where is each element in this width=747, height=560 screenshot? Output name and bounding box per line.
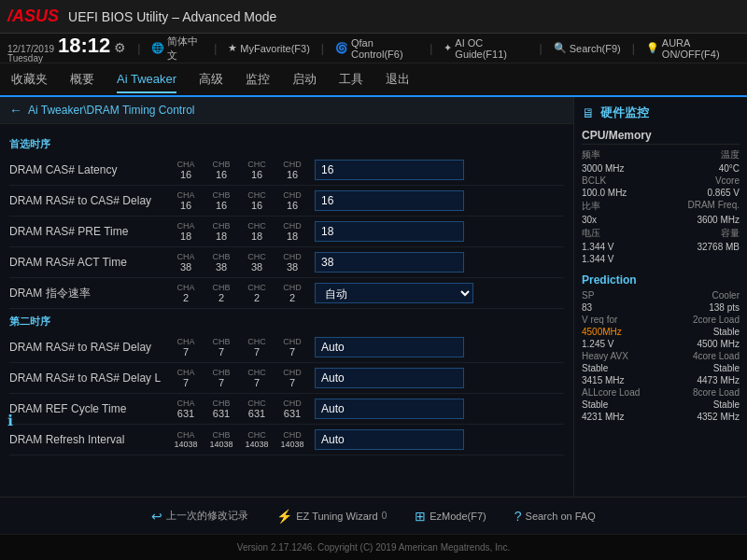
breadcrumb-bar: ← Ai Tweaker\DRAM Timing Control (0, 97, 573, 124)
nav-tools[interactable]: 工具 (339, 65, 363, 93)
heavy-avx-value: Stable (582, 363, 608, 373)
channel-chb: CHB38 (208, 252, 234, 273)
pred-sp-row: SP Cooler (582, 290, 740, 301)
pred-allcore-row: ALLcore Load 8core Load (582, 387, 740, 398)
table-row: DRAM RAS# to RAS# Delay L CHA7 CHB7 CHC7… (9, 363, 564, 394)
breadcrumb-text: Ai Tweaker\DRAM Timing Control (28, 104, 195, 117)
table-row: DRAM REF Cycle Time CHA631 CHB631 CHC631… (9, 394, 564, 425)
datetime-display: 12/17/2019Tuesday 18:12 ⚙ (7, 34, 126, 63)
channel-chc: CHC16 (244, 190, 270, 211)
channel-chb: CHB18 (208, 221, 234, 242)
pred-sp-val-row: 83 138 pts (582, 302, 740, 313)
pred-freq3-row: 3415 MHz 4473 MHz (582, 375, 740, 385)
ez-tuning-label: EZ Tuning Wizard (296, 511, 377, 522)
channel-cha: CHA38 (173, 252, 199, 273)
nav-favorites[interactable]: 收藏夹 (11, 65, 48, 93)
cpu-memory-title: CPU/Memory (582, 129, 740, 145)
toolbar-aura[interactable]: 💡 AURA ON/OFF(F4) (646, 37, 740, 60)
pred-heavy-val-row: Stable Stable (582, 363, 740, 373)
main-area: ← Ai Tweaker\DRAM Timing Control 首选时序 DR… (0, 97, 747, 497)
channel-chd: CHD631 (279, 399, 305, 419)
date-display: 12/17/2019Tuesday (7, 45, 54, 63)
channel-chd: CHD2 (279, 283, 305, 303)
pred-freq4-row: 4231 MHz 4352 MHz (582, 412, 740, 422)
time-display: 18:12 (58, 34, 110, 58)
voltage-label: 电压 (582, 227, 600, 240)
toolbar-qfan[interactable]: 🌀 Qfan Control(F6) (335, 37, 418, 60)
ez-tuning-button[interactable]: ⚡ EZ Tuning Wizard 0 (276, 509, 387, 524)
search-faq-button[interactable]: ? Search on FAQ (514, 509, 596, 524)
setting-input[interactable] (315, 429, 464, 450)
setting-select[interactable]: 自动 1T 2T (315, 283, 473, 303)
freq4-value: 4231 MHz (582, 412, 625, 422)
table-row: DRAM 指令速率 CHA2 CHB2 CHC2 CHD2 自动 1T 2T (9, 278, 564, 309)
table-row: DRAM Refresh Interval CHA14038 CHB14038 … (9, 425, 564, 455)
history-icon: ↩ (151, 509, 162, 524)
hw-voltage2-row: 1.344 V (582, 254, 740, 264)
pred-vreq-val2-row: 1.245 V 4500 MHz (582, 339, 740, 349)
channel-cha: CHA7 (173, 368, 199, 388)
voltage-value: 1.344 V (582, 242, 613, 252)
bios-title: UEFI BIOS Utility – Advanced Mode (68, 9, 276, 24)
channel-group: CHA7 CHB7 CHC7 CHD7 (173, 337, 305, 357)
last-change-button[interactable]: ↩ 上一次的修改记录 (151, 509, 248, 524)
setting-input[interactable] (315, 337, 464, 357)
setting-input[interactable] (315, 252, 464, 273)
ez-mode-label: EzMode(F7) (430, 511, 486, 522)
settings-icon[interactable]: ⚙ (114, 40, 126, 55)
capacity-label: 容量 (721, 227, 740, 240)
vcore-label: Vcore (715, 175, 740, 186)
channel-chd: CHD16 (279, 190, 305, 211)
nav-advanced[interactable]: 高级 (199, 65, 223, 93)
channel-chd: CHD16 (279, 160, 305, 180)
setting-name: DRAM RAS# to RAS# Delay L (9, 371, 173, 385)
back-button[interactable]: ← (9, 103, 22, 118)
prediction-title: Prediction (582, 273, 740, 287)
ez-mode-button[interactable]: ⊞ EzMode(F7) (415, 509, 486, 524)
vcore-value: 0.865 V (708, 188, 740, 198)
info-icon[interactable]: ℹ (7, 412, 13, 429)
channel-group: CHA18 CHB18 CHC18 CHD18 (173, 221, 305, 242)
channel-chc: CHC14038 (244, 430, 270, 449)
pred-vreq-row: V req for 2core Load (582, 315, 740, 325)
zcore-value: Stable (713, 327, 740, 337)
setting-input[interactable] (315, 368, 464, 388)
cpu-memory-section: CPU/Memory 频率 温度 3000 MHz 40°C BCLK Vcor… (582, 129, 740, 264)
setting-input[interactable] (315, 399, 464, 419)
table-row: DRAM RAS# to CAS# Delay CHA16 CHB16 CHC1… (9, 186, 564, 217)
nav-monitor[interactable]: 监控 (246, 65, 270, 93)
toolbar-search[interactable]: 🔍 Search(F9) (554, 42, 621, 54)
toolbar-aioc[interactable]: ✦ AI OC Guide(F11) (444, 37, 528, 60)
vreq-freq-value: 4500MHz (582, 327, 622, 337)
toolbar-myfavorite[interactable]: ★ MyFavorite(F3) (228, 42, 310, 54)
temp-label: 温度 (721, 148, 740, 161)
setting-input[interactable] (315, 221, 464, 242)
channel-chd: CHD7 (279, 337, 305, 357)
nav-overview[interactable]: 概要 (70, 65, 94, 93)
zcore-label: 2core Load (693, 315, 740, 325)
bottom-bar: ↩ 上一次的修改记录 ⚡ EZ Tuning Wizard 0 ⊞ EzMode… (0, 497, 747, 534)
cooler-value: 138 pts (709, 302, 740, 313)
fcore-label: 4core Load (693, 351, 740, 361)
footer: Version 2.17.1246. Copyright (C) 2019 Am… (0, 534, 747, 560)
setting-input[interactable] (315, 190, 464, 211)
ezmode-icon: ⊞ (415, 509, 426, 524)
bclk-label: BCLK (582, 175, 606, 186)
pred-allcore-val-row: Stable Stable (582, 399, 740, 410)
hw-ratio-val-row: 30x 3600 MHz (582, 215, 740, 225)
setting-input[interactable] (315, 160, 464, 180)
setting-name: DRAM RAS# to RAS# Delay (9, 341, 173, 354)
channel-cha: CHA2 (173, 283, 199, 303)
toolbar-language[interactable]: 🌐 简体中文 (151, 35, 203, 63)
channel-chc: CHC18 (244, 221, 270, 242)
nav-exit[interactable]: 退出 (386, 65, 410, 93)
hw-voltage-val-row: 1.344 V 32768 MB (582, 242, 740, 252)
setting-name: DRAM CAS# Latency (9, 163, 173, 176)
channel-cha: CHA631 (173, 399, 199, 419)
nav-ai-tweaker[interactable]: Ai Tweaker (117, 66, 176, 93)
channel-chc: CHC2 (244, 283, 270, 303)
channel-chb: CHB631 (208, 399, 234, 419)
channel-chc: CHC7 (244, 337, 270, 357)
nav-boot[interactable]: 启动 (292, 65, 317, 93)
channel-chb: CHB7 (208, 368, 234, 388)
